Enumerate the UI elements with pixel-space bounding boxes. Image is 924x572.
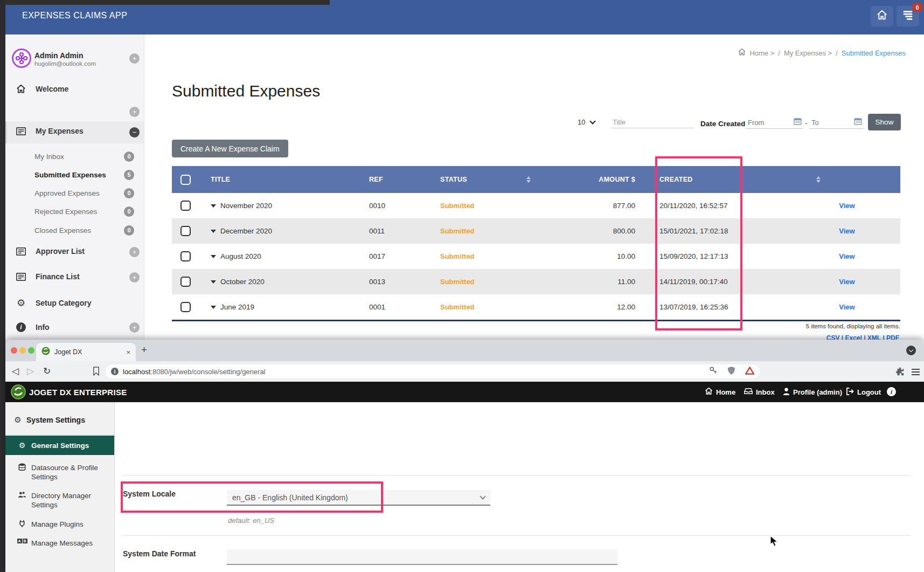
sidebar-item-manage-plugins[interactable]: Manage Plugins [17,520,84,529]
inbox-count-badge: 0 [913,3,922,12]
reload-button[interactable]: ↻ [43,366,51,377]
finance-expand-button[interactable]: + [129,272,140,282]
approver-expand-button[interactable]: + [129,247,140,257]
browser-tab[interactable]: Joget DX × [36,343,136,361]
select-all-checkbox[interactable] [180,175,191,185]
page-title: Submitted Expenses [172,82,320,100]
approved-count-badge: 0 [124,188,134,198]
row-checkbox[interactable] [180,302,191,312]
date-to-input[interactable] [810,118,854,127]
joget-nav-logout[interactable]: Logout [846,382,881,402]
forward-button[interactable]: ▷ [27,366,34,377]
tab-search-button[interactable] [906,346,916,355]
calendar-icon[interactable] [854,118,862,127]
breadcrumb-my-expenses[interactable]: My Expenses > [784,49,832,57]
sidebar-item-datasource-profile[interactable]: Datasource & ProfileSettings [17,463,98,481]
extension-triangle-icon[interactable] [745,367,754,377]
sidebar-item-approver-list[interactable]: Approver List [15,247,85,256]
view-link[interactable]: View [839,303,854,311]
sidebar-item-setup-category[interactable]: ⚙ Setup Category [15,297,91,309]
browser-window: Joget DX × + ◁ ▷ ↻ i localhost:8080/jw/w… [5,340,924,572]
column-header-status[interactable]: STATUS [440,166,467,193]
tab-title: Joget DX [54,348,122,356]
sidebar-item-submitted-expenses[interactable]: Submitted Expenses [34,171,106,179]
create-expense-claim-button[interactable]: Create A New Expense Claim [172,140,288,157]
app-home-button[interactable] [871,6,893,26]
status-badge: Submitted [440,227,475,235]
divider [122,475,911,475]
shield-icon[interactable] [727,366,735,377]
sidebar-item-general-settings[interactable]: ⚙︎ General Settings [5,436,114,455]
joget-nav-home[interactable]: Home [705,382,735,402]
gears-icon: ⚙︎ [13,415,23,425]
extensions-puzzle-icon[interactable] [895,367,905,378]
date-from-input[interactable] [747,118,794,127]
view-link[interactable]: View [839,202,854,210]
expand-caret-icon[interactable] [211,204,216,208]
sidebar-item-approved-expenses[interactable]: Approved Expenses [34,189,100,197]
category-expand-button[interactable]: + [129,107,140,117]
row-checkbox[interactable] [180,277,191,287]
row-checkbox[interactable] [180,226,191,236]
password-key-icon[interactable] [709,366,718,377]
view-link[interactable]: View [839,252,854,260]
breadcrumb-home[interactable]: Home > [749,49,774,57]
new-tab-button[interactable]: + [141,344,147,356]
site-info-icon[interactable]: i [111,368,119,375]
sidebar-item-closed-expenses[interactable]: Closed Expenses [34,226,91,235]
browser-tabstrip: Joget DX × + [5,340,924,361]
home-icon [705,388,713,396]
my-expenses-collapse-button[interactable]: − [129,127,140,137]
date-from-field[interactable] [746,116,803,129]
tab-close-icon[interactable]: × [126,348,130,356]
breadcrumb: Home > / My Expenses > / Submitted Expen… [738,49,906,57]
joget-logo-icon [11,384,26,402]
sidebar-item-rejected-expenses[interactable]: Rejected Expenses [34,208,97,216]
url-bar[interactable]: i localhost:8080/jw/web/console/setting/… [106,364,760,378]
breadcrumb-current[interactable]: Submitted Expenses [842,49,906,57]
view-link[interactable]: View [839,278,854,286]
column-header-ref[interactable]: REF [369,166,383,193]
bookmark-icon[interactable] [93,367,100,378]
expand-caret-icon[interactable] [211,230,216,233]
browser-toolbar: ◁ ▷ ↻ i localhost:8080/jw/web/console/se… [5,361,924,382]
sort-icon[interactable] [816,176,821,183]
maximize-window-button[interactable] [28,347,34,354]
page-size-select[interactable]: 10 [578,118,605,126]
joget-body: ⚙︎ System Settings ⚙︎ General Settings D… [5,402,924,572]
sidebar-item-my-inbox[interactable]: My Inbox [34,153,64,161]
table-row: November 2020 0010 Submitted 877.00 20/1… [172,193,900,218]
expand-caret-icon[interactable] [211,306,216,309]
column-header-amount[interactable]: AMOUNT $ [548,166,635,193]
date-to-field[interactable] [809,116,863,129]
joget-nav-profile[interactable]: Profile (admin) [783,382,842,402]
show-button[interactable]: Show [868,114,901,130]
close-window-button[interactable] [11,347,17,354]
sort-icon[interactable] [526,176,531,183]
calendar-icon[interactable] [794,118,802,127]
users-icon [17,491,27,498]
info-expand-button[interactable]: + [129,322,140,333]
row-checkbox[interactable] [180,201,191,211]
back-button[interactable]: ◁ [12,366,19,377]
sidebar-item-directory-manager[interactable]: Directory ManagerSettings [17,491,91,509]
view-link[interactable]: View [839,227,854,235]
title-filter-input[interactable] [612,116,694,128]
browser-menu-icon[interactable] [912,367,920,377]
user-email: hugolim@outlook.com [34,60,96,67]
expand-caret-icon[interactable] [211,280,216,284]
sidebar-item-manage-messages[interactable]: AB Manage Messages [17,539,93,548]
sidebar-item-info[interactable]: i Info [15,322,50,332]
sidebar-item-finance-list[interactable]: Finance List [15,272,80,281]
background-window-edge [0,0,5,572]
user-expand-button[interactable]: + [129,53,140,64]
system-date-format-input[interactable] [227,549,617,565]
expand-caret-icon[interactable] [211,255,216,258]
my-inbox-count-badge: 0 [124,151,134,162]
joget-nav-inbox[interactable]: Inbox [744,382,775,402]
sidebar-item-welcome[interactable]: Welcome [15,85,68,93]
column-header-title[interactable]: TITLE [211,166,230,193]
row-checkbox[interactable] [180,251,191,261]
minimize-window-button[interactable] [19,347,26,354]
joget-info-icon[interactable]: i [887,387,896,396]
